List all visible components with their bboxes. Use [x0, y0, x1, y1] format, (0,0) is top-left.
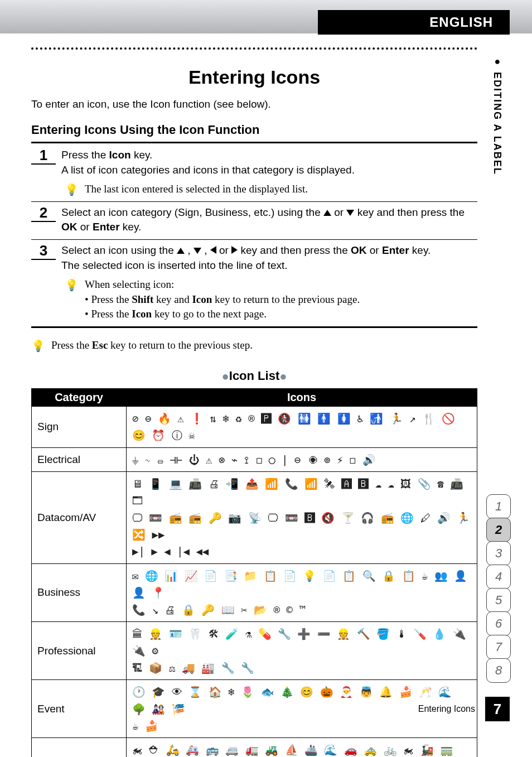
category-cell: Sign	[32, 406, 127, 447]
page-tab-8[interactable]: 8	[486, 658, 511, 683]
icons-cell: 🏛 👷 🪪 🦷 🛠 🧪 ⚗ 💊 🔧 ➕ ➖ 👷 🔨 🪣 🌡 🪛 💧 🔌 🔌 ⚙🏗…	[127, 622, 477, 680]
language-tab: ENGLISH	[318, 10, 510, 35]
table-row: Datacom/AV🖥 📱 💻 📠 🖨 📲 📤 📶 📞 📶 🛰 🅰 🅱 ☁ ☁ …	[32, 471, 477, 563]
step-3-body: Select an icon using the , , or key and …	[61, 243, 477, 273]
th-icons: Icons	[127, 388, 477, 406]
right-arrow-icon	[231, 246, 238, 254]
table-row: Professional🏛 👷 🪪 🦷 🛠 🧪 ⚗ 💊 🔧 ➕ ➖ 👷 🔨 🪣 …	[32, 622, 477, 680]
page-tab-2[interactable]: 2	[486, 518, 511, 542]
section-side-label-text: EDITING A LABEL	[492, 72, 503, 175]
table-row: Electrical⏚ ∿ ⏛ ⊣⊢ ⏻ ⚠ ⊗ ⌁ ⟟ ◻ ◯ | ⊖ ⦿ ⊚…	[32, 447, 477, 471]
category-cell: Professional	[32, 622, 127, 680]
dotted-divider	[31, 47, 477, 50]
step-1-body: Press the Icon key. A list of icon categ…	[61, 148, 477, 177]
section-heading: Entering Icons Using the Icon Function	[31, 123, 477, 137]
divider	[31, 201, 477, 202]
left-arrow-icon	[210, 246, 216, 254]
step-1-tip: 💡 The last icon entered is selected in t…	[65, 182, 477, 197]
footer-label: Entering Icons	[418, 704, 475, 714]
outer-tip: 💡 Press the Esc key to return to the pre…	[31, 338, 477, 353]
step-3: 3 Select an icon using the , , or key an…	[31, 243, 477, 273]
bulb-icon: 💡	[65, 278, 78, 292]
category-cell: Datacom/AV	[32, 471, 127, 563]
bulb-icon: 💡	[31, 339, 45, 353]
page-tab-4[interactable]: 4	[486, 565, 511, 589]
step-num-2: 2	[40, 205, 47, 220]
category-cell: Vehicle	[32, 738, 127, 757]
icons-cell: ⏚ ∿ ⏛ ⊣⊢ ⏻ ⚠ ⊗ ⌁ ⟟ ◻ ◯ | ⊖ ⦿ ⊚ ⚡ ◻ 🔊	[127, 447, 477, 471]
icons-cell: 🏍 ⛑ 🛵 🚑 🚌 🚐 🚛 🚜 ⛵ 🚢 🌊 🚗 🚕 🚲 🏍 🚂 🚃 🚉 🚁 ✈🚢…	[127, 738, 477, 757]
icons-cell: ⊘ ⊖ 🔥 ⚠ ❗ ⇅ ❄ ♻ ® 🅿 🚷 🚻 🚹 🚺 ♿ 🚮 🏃 ↗ 🍴 🚫😊…	[127, 406, 477, 447]
th-category: Category	[32, 388, 127, 406]
section-side-label: ● EDITING A LABEL	[491, 56, 503, 175]
page-tab-6[interactable]: 6	[486, 611, 511, 636]
icon-list-table: Category Icons Sign⊘ ⊖ 🔥 ⚠ ❗ ⇅ ❄ ♻ ® 🅿 🚷…	[31, 388, 477, 757]
step-3-tip-text: When selecting icon: • Press the Shift k…	[85, 277, 360, 322]
up-arrow-icon	[177, 248, 185, 254]
icon-list-title: ●Icon List●	[31, 369, 477, 384]
divider-thick	[31, 326, 477, 328]
table-row: Business✉ 🌐 📊 📈 📄 📑 📁 📋 📄 💡 📄 📋 🔍 🔒 📋 ☕ …	[32, 563, 477, 621]
category-cell: Business	[32, 563, 127, 621]
page-tab-7[interactable]: 7	[486, 635, 511, 659]
footer: Entering Icons 7	[418, 697, 510, 721]
page-tab-1[interactable]: 1	[486, 494, 511, 519]
page-tab-3[interactable]: 3	[486, 541, 511, 566]
step-2: 2 Select an icon category (Sign, Busines…	[31, 205, 477, 235]
icons-cell: 🖥 📱 💻 📠 🖨 📲 📤 📶 📞 📶 🛰 🅰 🅱 ☁ ☁ 🖼 📎 ☎ 📠 🗔🖵…	[127, 471, 477, 563]
step-num-1: 1	[40, 148, 47, 162]
step-3-tip: 💡 When selecting icon: • Press the Shift…	[65, 277, 477, 322]
table-row: Event🕐 🎓 👁 ⌛ 🏠 ❄ 🌷 🐟 🎄 😊 🎃 🎅 👼 🔔 🍰 🥂 🌊 🌳…	[32, 680, 477, 738]
down-arrow-icon	[346, 210, 354, 216]
up-arrow-icon	[323, 210, 331, 216]
table-row: Vehicle🏍 ⛑ 🛵 🚑 🚌 🚐 🚛 🚜 ⛵ 🚢 🌊 🚗 🚕 🚲 🏍 🚂 🚃…	[32, 738, 477, 757]
step-num-3: 3	[40, 243, 47, 258]
page-tab-5[interactable]: 5	[486, 588, 511, 613]
page-title: Entering Icons	[31, 66, 477, 88]
down-arrow-icon	[194, 248, 201, 254]
divider-thick	[31, 142, 477, 143]
outer-tip-text: Press the Esc key to return to the previ…	[51, 338, 253, 353]
category-cell: Electrical	[32, 447, 127, 471]
category-cell: Event	[32, 680, 127, 738]
footer-page-number: 7	[485, 697, 510, 721]
divider	[31, 239, 477, 240]
page-tabs: 12345678	[486, 494, 512, 682]
step-1: 1 Press the Icon key. A list of icon cat…	[31, 148, 477, 177]
icons-cell: ✉ 🌐 📊 📈 📄 📑 📁 📋 📄 💡 📄 📋 🔍 🔒 📋 ☕ 👥 👤 👤 📍📞…	[127, 563, 477, 621]
step-1-tip-text: The last icon entered is selected in the…	[85, 182, 308, 197]
table-row: Sign⊘ ⊖ 🔥 ⚠ ❗ ⇅ ❄ ♻ ® 🅿 🚷 🚻 🚹 🚺 ♿ 🚮 🏃 ↗ …	[32, 406, 477, 447]
step-2-body: Select an icon category (Sign, Business,…	[61, 205, 477, 235]
bulb-icon: 💡	[65, 183, 78, 196]
page-content: Entering Icons To enter an icon, use the…	[31, 47, 477, 757]
intro-text: To enter an icon, use the Icon function …	[31, 98, 477, 110]
